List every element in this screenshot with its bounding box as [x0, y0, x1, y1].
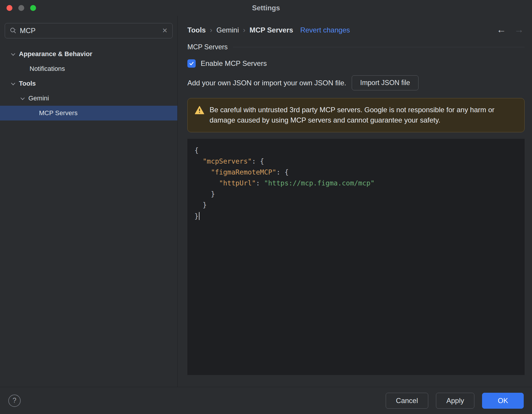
forward-arrow-icon: →: [514, 24, 524, 35]
sidebar-item-label: Tools: [19, 80, 36, 87]
code-line: "figmaRemoteMCP": {: [194, 168, 518, 179]
json-editor[interactable]: { "mcpServers": { "figmaRemoteMCP": { "h…: [187, 139, 525, 375]
search-icon: [10, 27, 17, 34]
section-title: MCP Servers: [187, 43, 228, 51]
warning-triangle-icon: [195, 106, 204, 118]
breadcrumb-separator-icon: ›: [210, 26, 212, 34]
section-divider: [233, 47, 525, 47]
code-line: }: [194, 190, 518, 201]
sidebar-item-appearance-behavior[interactable]: Appearance & Behavior: [0, 47, 177, 61]
code-line: }: [194, 212, 518, 223]
help-button[interactable]: ?: [8, 395, 21, 407]
text-caret: [199, 212, 200, 220]
sidebar-item-label: Gemini: [28, 94, 49, 102]
traffic-lights: [7, 5, 36, 11]
code-line: {: [194, 146, 518, 157]
code-line: "mcpServers": {: [194, 157, 518, 168]
checkmark-icon: [189, 61, 194, 66]
sidebar-item-label: Notifications: [30, 65, 65, 73]
cancel-button[interactable]: Cancel: [386, 393, 429, 409]
chevron-down-icon[interactable]: [11, 81, 15, 85]
breadcrumb-tools[interactable]: Tools: [187, 26, 206, 34]
clear-search-icon[interactable]: ✕: [162, 27, 168, 35]
settings-dialog-body: ✕ Appearance & Behavior Notifications To…: [0, 16, 532, 387]
enable-mcp-row: Enable MCP Servers: [187, 59, 525, 68]
back-arrow-icon[interactable]: ←: [497, 24, 506, 35]
code-line: "httpUrl": "https://mcp.figma.com/mcp": [194, 179, 518, 190]
warning-text: Be careful with untrusted 3rd party MCP …: [210, 105, 517, 125]
import-json-file-button[interactable]: Import JSON file: [352, 75, 419, 90]
warning-banner: Be careful with untrusted 3rd party MCP …: [187, 98, 525, 132]
settings-search-box[interactable]: ✕: [5, 23, 173, 38]
enable-mcp-label: Enable MCP Servers: [201, 59, 267, 68]
sidebar-item-mcp-servers[interactable]: MCP Servers: [0, 106, 177, 120]
breadcrumb-gemini[interactable]: Gemini: [216, 26, 239, 34]
sidebar-item-label: Appearance & Behavior: [19, 50, 92, 58]
zoom-window-icon[interactable]: [30, 5, 36, 11]
add-json-text: Add your own JSON or import your own JSO…: [187, 79, 346, 87]
dialog-footer: ? Cancel Apply OK: [0, 387, 532, 414]
breadcrumb-separator-icon: ›: [243, 26, 245, 34]
ok-button[interactable]: OK: [482, 393, 524, 409]
breadcrumb: Tools › Gemini › MCP Servers Revert chan…: [187, 26, 525, 34]
window-title: Settings: [252, 4, 280, 12]
minimize-window-icon[interactable]: [18, 5, 24, 11]
chevron-down-icon[interactable]: [20, 96, 25, 100]
section-header: MCP Servers: [187, 43, 525, 51]
settings-main-panel: Tools › Gemini › MCP Servers Revert chan…: [178, 16, 532, 387]
add-json-row: Add your own JSON or import your own JSO…: [187, 75, 525, 90]
apply-button[interactable]: Apply: [436, 393, 474, 409]
settings-tree: Appearance & Behavior Notifications Tool…: [0, 47, 177, 120]
close-window-icon[interactable]: [7, 5, 12, 11]
history-navigation: ← →: [497, 24, 524, 35]
enable-mcp-checkbox[interactable]: [187, 59, 196, 68]
json-editor-code: { "mcpServers": { "figmaRemoteMCP": { "h…: [194, 146, 518, 223]
sidebar-item-tools[interactable]: Tools: [0, 76, 177, 91]
question-mark-icon: ?: [13, 397, 17, 405]
settings-sidebar: ✕ Appearance & Behavior Notifications To…: [0, 16, 178, 387]
sidebar-item-label: MCP Servers: [39, 109, 77, 117]
footer-buttons: Cancel Apply OK: [386, 393, 524, 409]
revert-changes-link[interactable]: Revert changes: [300, 26, 350, 34]
chevron-down-icon[interactable]: [11, 52, 15, 56]
titlebar: Settings: [0, 0, 532, 16]
code-line: }: [194, 201, 518, 212]
sidebar-item-notifications[interactable]: Notifications: [0, 61, 177, 76]
breadcrumb-mcp-servers[interactable]: MCP Servers: [249, 26, 293, 34]
search-input[interactable]: [20, 27, 159, 35]
sidebar-item-gemini[interactable]: Gemini: [0, 91, 177, 106]
